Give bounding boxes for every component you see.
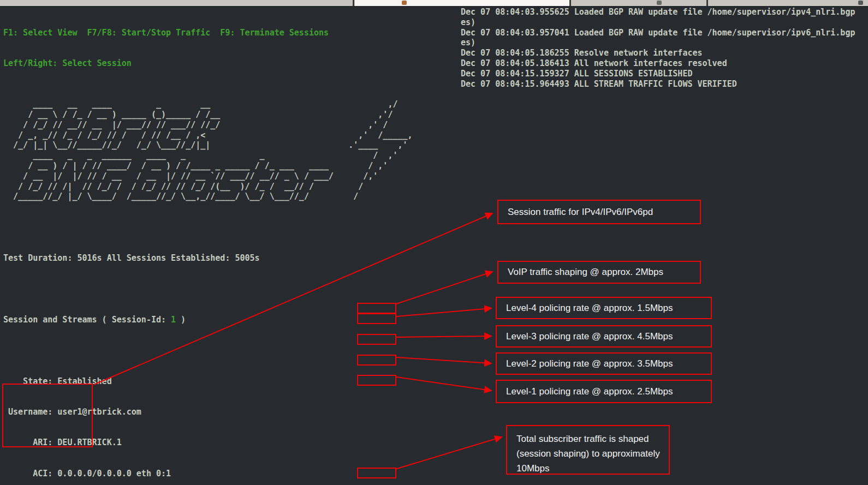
callout-label: Total subscriber traffic is shaped (sess… [516,432,661,476]
session-header-prefix: Session and Streams ( Session-Id: [3,315,171,325]
browser-tab-active[interactable] [355,0,569,6]
log-line: Dec 07 08:04:15.159327 ALL SESSIONS ESTA… [461,69,855,79]
callout-voip-shaping: VoIP traffic shaping @ approx. 2Mbps [497,261,701,284]
callout-label: Session traffic for IPv4/IPv6/IPv6pd [508,207,653,218]
highlight-box-rxkbps-sum-down [357,468,396,478]
log-line: Dec 07 08:04:05.186413 All network inter… [461,58,855,69]
callout-label: Level-2 policing rate @ approx. 3.5Mbps [506,358,673,369]
callout-session-traffic: Session traffic for IPv4/IPv6/IPv6pd [497,200,701,224]
log-line: es) [461,38,855,48]
log-line: Dec 07 08:04:03.955625 Loaded BGP RAW up… [461,7,855,17]
highlight-box-rxkbps-voip-down [357,303,396,314]
highlight-box-rxkbps-be-up [357,375,396,386]
test-duration-line: Test Duration: 5016s All Sessions Establ… [3,253,447,264]
browser-tab-strip [0,0,868,7]
callout-level2-policing: Level-2 policing rate @ approx. 3.5Mbps [496,352,712,375]
tab-divider [569,0,571,6]
ascii-banner: ____ __ ____ _ __ ,/ / __ \ / /_ / __ ) … [3,89,447,202]
tab-favicon [402,1,407,5]
tab-favicon [657,1,662,5]
highlight-box-rxkbps-lowdelay-up [357,355,396,366]
callout-label: Level-4 policing rate @ approx. 1.5Mbps [506,303,673,314]
tab-divider [706,0,708,6]
highlight-box-session-streams [2,384,93,447]
highlight-box-rxkbps-lowloss-up [357,334,396,345]
session-id-value: 1 [171,315,176,325]
log-line: es) [461,17,855,28]
tab-divider [353,0,354,6]
callout-label: VoIP traffic shaping @ approx. 2Mbps [508,267,663,278]
log-line: Dec 07 08:04:15.964493 ALL STREAM TRAFFI… [461,79,855,89]
hotkey-menu-line: Left/Right: Select Session [3,58,447,69]
callout-level1-policing: Level-1 policing rate @ approx. 2.5Mbps [496,380,712,403]
callout-level3-policing: Level-3 policing rate @ approx. 4.5Mbps [496,325,712,348]
callout-label: Level-3 policing rate @ approx. 4.5Mbps [506,331,673,342]
log-line: Dec 07 08:04:05.186255 Resolve network i… [461,48,855,58]
log-pane: Dec 07 08:04:03.955625 Loaded BGP RAW up… [461,7,855,89]
callout-session-shaping: Total subscriber traffic is shaped (sess… [506,425,670,475]
bngblaster-terminal-screenshot: F1: Select View F7/F8: Start/Stop Traffi… [0,0,868,485]
callout-level4-policing: Level-4 policing rate @ approx. 1.5Mbps [496,297,712,319]
session-header-suffix: ) [176,315,186,325]
highlight-box-rxkbps-voip-up [357,313,396,324]
blank-line [3,284,447,295]
log-line: Dec 07 08:04:03.957041 Loaded BGP RAW up… [461,28,855,38]
blank-line [3,223,447,233]
tab-favicon [858,1,863,5]
hotkey-menu-line: F1: Select View F7/F8: Start/Stop Traffi… [3,28,447,38]
callout-label: Level-1 policing rate @ approx. 2.5Mbps [506,386,673,397]
